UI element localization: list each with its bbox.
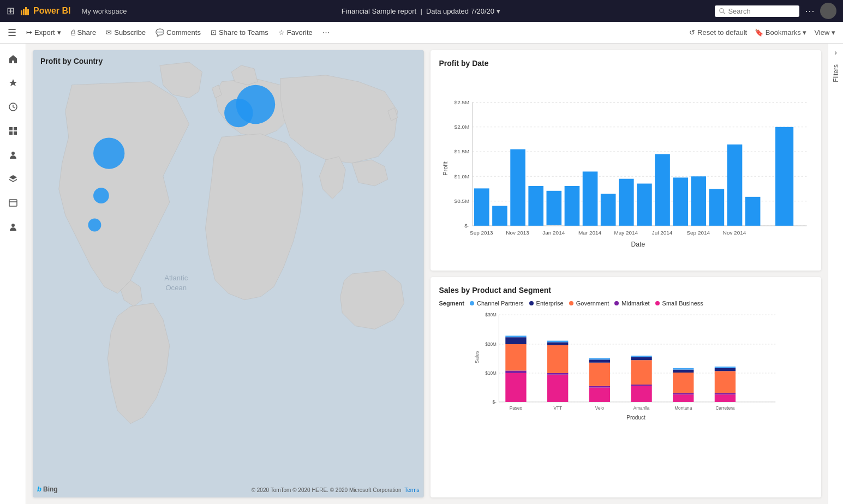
legend-enterprise[interactable]: Enterprise bbox=[529, 300, 564, 307]
sidebar-icon-shared[interactable] bbox=[2, 144, 24, 166]
bar-apr2014[interactable] bbox=[600, 194, 615, 226]
map-bubble-france[interactable] bbox=[224, 99, 253, 128]
map-bubble-mexico[interactable] bbox=[93, 188, 109, 203]
svg-text:$2.5M: $2.5M bbox=[454, 99, 469, 105]
sidebar-icon-home[interactable] bbox=[2, 48, 24, 70]
avatar[interactable] bbox=[820, 3, 836, 19]
svg-rect-1 bbox=[23, 9, 25, 15]
svg-rect-7 bbox=[9, 127, 13, 130]
svg-rect-82 bbox=[714, 367, 735, 368]
search-icon bbox=[719, 8, 725, 15]
bar-mar2014[interactable] bbox=[582, 171, 597, 225]
bar-vtt[interactable] bbox=[547, 341, 567, 402]
svg-text:$20M: $20M bbox=[485, 342, 497, 347]
export-icon: ↦ bbox=[26, 28, 32, 37]
bar-oct2013[interactable] bbox=[492, 206, 507, 225]
grid-icon[interactable]: ⊞ bbox=[7, 5, 15, 17]
svg-text:Product: Product bbox=[626, 415, 645, 421]
bar-jan2015[interactable] bbox=[775, 127, 793, 226]
search-input[interactable] bbox=[728, 7, 795, 15]
bar-sep2013[interactable] bbox=[474, 188, 489, 225]
legend-small-business[interactable]: Small Business bbox=[655, 300, 703, 307]
bar-nov2013[interactable] bbox=[510, 149, 525, 226]
svg-rect-56 bbox=[505, 337, 526, 344]
sidebar-icon-learn[interactable] bbox=[2, 168, 24, 190]
legend-government[interactable]: Government bbox=[569, 300, 609, 307]
svg-rect-81 bbox=[714, 368, 735, 371]
svg-text:$1.0M: $1.0M bbox=[454, 173, 469, 179]
svg-text:Paseo: Paseo bbox=[509, 406, 522, 411]
svg-text:Jul 2014: Jul 2014 bbox=[651, 230, 672, 236]
share-button[interactable]: ⎙ Share bbox=[71, 28, 97, 37]
svg-text:May 2014: May 2014 bbox=[614, 230, 638, 236]
svg-rect-76 bbox=[673, 370, 693, 373]
svg-text:Ocean: Ocean bbox=[165, 284, 187, 292]
svg-text:Carretera: Carretera bbox=[715, 406, 734, 411]
data-dropdown-icon[interactable]: ▾ bbox=[497, 7, 500, 15]
sidebar-icon-workspaces[interactable] bbox=[2, 192, 24, 214]
bookmarks-button[interactable]: 🔖 Bookmarks ▾ bbox=[755, 28, 806, 37]
bar-oct2014[interactable] bbox=[709, 189, 724, 225]
svg-rect-3 bbox=[27, 9, 29, 15]
svg-text:$1.5M: $1.5M bbox=[454, 148, 469, 154]
svg-rect-62 bbox=[547, 341, 567, 343]
bar-may2014[interactable] bbox=[619, 179, 634, 226]
comments-icon: 💬 bbox=[156, 28, 164, 37]
svg-text:Atlantic: Atlantic bbox=[164, 274, 188, 282]
sidebar-icon-recent[interactable] bbox=[2, 96, 24, 118]
map-bubble-canada[interactable] bbox=[93, 137, 124, 169]
top-nav: ⊞ Power BI My workspace Financial Sample… bbox=[0, 0, 843, 22]
svg-text:Jan 2014: Jan 2014 bbox=[542, 230, 565, 236]
legend-midmarket[interactable]: Midmarket bbox=[614, 300, 649, 307]
legend-channel-partners[interactable]: Channel Partners bbox=[470, 300, 524, 307]
svg-rect-65 bbox=[589, 363, 609, 386]
search-box[interactable] bbox=[715, 5, 799, 17]
bar-dec2014[interactable] bbox=[745, 197, 760, 226]
sidebar-icon-apps[interactable] bbox=[2, 120, 24, 142]
svg-point-4 bbox=[720, 8, 724, 12]
workspace-label[interactable]: My workspace bbox=[81, 7, 127, 15]
comments-button[interactable]: 💬 Comments bbox=[156, 28, 201, 37]
svg-rect-61 bbox=[547, 342, 567, 345]
right-sidebar: › Filters bbox=[828, 44, 843, 504]
collapse-filters-button[interactable]: › bbox=[834, 48, 837, 57]
bar-montana[interactable] bbox=[673, 368, 693, 402]
sidebar-icon-favorites[interactable] bbox=[2, 72, 24, 94]
favorite-button[interactable]: ☆ Favorite bbox=[278, 28, 313, 37]
bookmarks-dropdown-icon: ▾ bbox=[803, 28, 806, 37]
map-bubble-central-america[interactable] bbox=[88, 218, 101, 231]
view-button[interactable]: View ▾ bbox=[814, 28, 835, 37]
svg-rect-59 bbox=[547, 373, 567, 375]
svg-text:$0.5M: $0.5M bbox=[454, 198, 469, 204]
bar-paseo[interactable] bbox=[505, 335, 526, 401]
favorite-icon: ☆ bbox=[278, 28, 285, 37]
share-teams-button[interactable]: ⊡ Share to Teams bbox=[211, 28, 268, 37]
svg-rect-54 bbox=[505, 370, 526, 373]
filters-label[interactable]: Filters bbox=[832, 64, 840, 82]
bar-carretera[interactable] bbox=[714, 367, 735, 402]
sidebar-icon-account[interactable] bbox=[2, 216, 24, 238]
menu-icon[interactable]: ☰ bbox=[8, 27, 16, 39]
bar-jan2014[interactable] bbox=[546, 191, 561, 225]
sales-legend: Segment Channel Partners Enterprise Gove… bbox=[439, 300, 813, 307]
svg-rect-66 bbox=[589, 359, 609, 362]
more-options-button[interactable]: ⋯ bbox=[805, 5, 815, 17]
subscribe-button[interactable]: ✉ Subscribe bbox=[106, 28, 146, 37]
svg-text:$30M: $30M bbox=[485, 313, 497, 317]
bar-aug2014[interactable] bbox=[673, 178, 688, 226]
svg-rect-68 bbox=[631, 386, 651, 402]
bar-feb2014[interactable] bbox=[564, 186, 579, 226]
bar-amarilla[interactable] bbox=[631, 356, 651, 402]
export-button[interactable]: ↦ Export ▾ bbox=[26, 28, 61, 37]
bar-nov2014[interactable] bbox=[727, 145, 742, 226]
map-terms-link[interactable]: Terms bbox=[404, 487, 419, 493]
bar-velo[interactable] bbox=[589, 358, 609, 402]
more-toolbar-button[interactable]: ⋯ bbox=[322, 28, 330, 37]
bar-dec2013[interactable] bbox=[528, 186, 543, 226]
brand-logo: Power BI bbox=[20, 6, 70, 16]
reset-default-button[interactable]: ↺ Reset to default bbox=[689, 28, 747, 37]
bar-sep2014[interactable] bbox=[691, 176, 706, 226]
bar-jun2014[interactable] bbox=[637, 184, 652, 226]
bar-jul2014[interactable] bbox=[655, 154, 670, 225]
svg-rect-2 bbox=[25, 7, 27, 15]
